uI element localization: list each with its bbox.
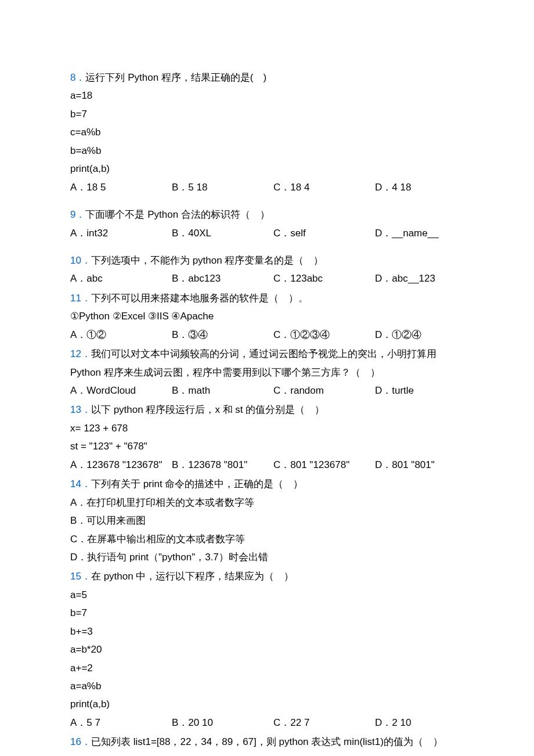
option-choice: D．__name__	[375, 224, 464, 242]
question-number: 16．	[70, 736, 91, 747]
question-number: 12．	[70, 348, 91, 359]
question-number: 10．	[70, 255, 91, 266]
question-line: 10．下列选项中，不能作为 python 程序变量名的是（ ）	[70, 251, 464, 269]
options-row: A．abcB．abc123C．123abcD．abc__123	[70, 269, 464, 287]
question-text-continue: Python 程序来生成词云图，程序中需要用到以下哪个第三方库？（ ）	[70, 363, 464, 381]
option-choice: B．③④	[172, 326, 273, 344]
option-choice: C．22 7	[273, 714, 375, 732]
question-text: 我们可以对文本中词频较高的分词，通过词云图给予视觉上的突出，小明打算用	[91, 348, 436, 359]
code-line: st = "123" + "678"	[70, 437, 464, 455]
code-line: x= 123 + 678	[70, 419, 464, 437]
code-line: b+=3	[70, 622, 464, 640]
code-line: b=7	[70, 105, 464, 123]
option-choice: A．int32	[70, 224, 172, 242]
code-line: a=18	[70, 87, 464, 105]
question-number: 15．	[70, 571, 91, 582]
question-line: 15．在 python 中，运行以下程序，结果应为（ ）	[70, 567, 464, 585]
options-row: A．18 5B．5 18C．18 4D．4 18	[70, 178, 464, 196]
question-text: 下列选项中，不能作为 python 程序变量名的是（ ）	[91, 255, 324, 266]
question-text: 已知列表 list1=[88，22，34，89，67]，则 python 表达式…	[91, 736, 443, 747]
code-line: print(a,b)	[70, 695, 464, 713]
code-line: ①Python ②Excel ③IIS ④Apache	[70, 307, 464, 325]
question-block: 11．下列不可以用来搭建本地服务器的软件是（ ）。①Python ②Excel …	[70, 289, 464, 344]
question-text: 在 python 中，运行以下程序，结果应为（ ）	[91, 571, 294, 582]
question-number: 13．	[70, 404, 91, 415]
question-block: 8．运行下列 Python 程序，结果正确的是( )a=18b=7c=a%bb=…	[70, 69, 464, 196]
option-choice: B．20 10	[172, 714, 273, 732]
question-line: 13．以下 python 程序段运行后，x 和 st 的值分别是（ ）	[70, 401, 464, 419]
question-text: 运行下列 Python 程序，结果正确的是( )	[85, 72, 266, 83]
question-line: 9．下面哪个不是 Python 合法的标识符（ ）	[70, 206, 464, 224]
question-line: 16．已知列表 list1=[88，22，34，89，67]，则 python …	[70, 733, 464, 751]
question-line: 8．运行下列 Python 程序，结果正确的是( )	[70, 69, 464, 87]
question-number: 11．	[70, 293, 91, 304]
code-line: b=a%b	[70, 142, 464, 160]
option-choice: A．18 5	[70, 178, 172, 196]
code-line: a=b*20	[70, 640, 464, 658]
question-block: 10．下列选项中，不能作为 python 程序变量名的是（ ）A．abcB．ab…	[70, 251, 464, 288]
option-choice: A．abc	[70, 269, 172, 287]
option-choice: A．①②	[70, 326, 172, 344]
option-choice: C．random	[273, 381, 375, 399]
question-number: 9．	[70, 209, 85, 220]
option-choice: D．turtle	[375, 381, 464, 399]
code-line: b=7	[70, 604, 464, 622]
option-choice: A．5 7	[70, 714, 172, 732]
question-block: 9．下面哪个不是 Python 合法的标识符（ ）A．int32B．40XLC．…	[70, 206, 464, 242]
option-choice: C．在屏幕中输出相应的文本或者数字等	[70, 530, 464, 548]
option-choice: C．①②③④	[273, 326, 375, 344]
options-row: A．WordCloudB．mathC．randomD．turtle	[70, 381, 464, 399]
option-choice: C．self	[273, 224, 375, 242]
option-choice: C．18 4	[273, 178, 375, 196]
question-text: 下列有关于 print 命令的描述中，正确的是（ ）	[91, 478, 304, 489]
option-choice: A．在打印机里打印相关的文本或者数字等	[70, 494, 464, 512]
option-choice: B．88	[172, 751, 273, 756]
question-block: 15．在 python 中，运行以下程序，结果应为（ ）a=5b=7b+=3a=…	[70, 567, 464, 732]
question-block: 12．我们可以对文本中词频较高的分词，通过词云图给予视觉上的突出，小明打算用Py…	[70, 345, 464, 399]
question-block: 13．以下 python 程序段运行后，x 和 st 的值分别是（ ）x= 12…	[70, 401, 464, 474]
options-row: A．①②B．③④C．①②③④D．①②④	[70, 326, 464, 344]
options-row: A．123678 "123678"B．123678 "801"C．801 "12…	[70, 456, 464, 474]
options-row: A．5 7B．20 10C．22 7D．2 10	[70, 714, 464, 732]
question-number: 14．	[70, 478, 91, 489]
spacer	[70, 197, 464, 206]
option-choice: D．执行语句 print（"python"，3.7）时会出错	[70, 548, 464, 566]
question-block: 16．已知列表 list1=[88，22，34，89，67]，则 python …	[70, 733, 464, 756]
code-line: a=5	[70, 586, 464, 604]
option-choice: A．123678 "123678"	[70, 456, 172, 474]
option-choice: B．math	[172, 381, 273, 399]
code-line: a=a%b	[70, 677, 464, 695]
option-choice: B．123678 "801"	[172, 456, 273, 474]
option-choice: B．可以用来画图	[70, 512, 464, 530]
option-choice: C．89	[273, 751, 375, 756]
option-choice: D．2 10	[375, 714, 464, 732]
option-choice: D．801 "801"	[375, 456, 464, 474]
question-text: 下列不可以用来搭建本地服务器的软件是（ ）。	[91, 293, 308, 304]
question-line: 12．我们可以对文本中词频较高的分词，通过词云图给予视觉上的突出，小明打算用	[70, 345, 464, 363]
question-line: 14．下列有关于 print 命令的描述中，正确的是（ ）	[70, 475, 464, 493]
code-line: a+=2	[70, 659, 464, 677]
option-choice: D．67	[375, 751, 464, 756]
question-text: 以下 python 程序段运行后，x 和 st 的值分别是（ ）	[91, 404, 324, 415]
option-choice: B．abc123	[172, 269, 273, 287]
code-line: c=a%b	[70, 123, 464, 141]
option-choice: C．123abc	[273, 269, 375, 287]
options-row: A．22B．88C．89D．67	[70, 751, 464, 756]
option-choice: C．801 "123678"	[273, 456, 375, 474]
code-line: print(a,b)	[70, 160, 464, 178]
option-choice: B．5 18	[172, 178, 273, 196]
option-choice: D．abc__123	[375, 269, 464, 287]
spacer	[70, 243, 464, 251]
option-choice: A．WordCloud	[70, 381, 172, 399]
option-choice: A．22	[70, 751, 172, 756]
option-choice: B．40XL	[172, 224, 273, 242]
option-choice: D．①②④	[375, 326, 464, 344]
question-number: 8．	[70, 72, 85, 83]
question-block: 14．下列有关于 print 命令的描述中，正确的是（ ）A．在打印机里打印相关…	[70, 475, 464, 566]
option-choice: D．4 18	[375, 178, 464, 196]
options-row: A．int32B．40XLC．selfD．__name__	[70, 224, 464, 242]
question-line: 11．下列不可以用来搭建本地服务器的软件是（ ）。	[70, 289, 464, 307]
question-text: 下面哪个不是 Python 合法的标识符（ ）	[85, 209, 269, 220]
